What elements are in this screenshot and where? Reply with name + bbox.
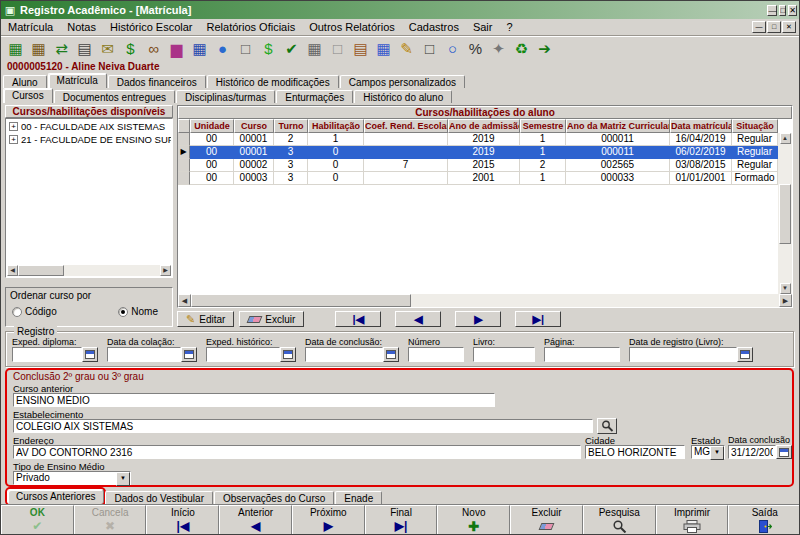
field-input[interactable] (107, 347, 181, 362)
field-input[interactable] (473, 347, 535, 362)
excluir-bottom-button[interactable]: Excluir (510, 505, 583, 535)
excluir-button[interactable]: Excluir (239, 311, 304, 327)
column-header-3[interactable]: Habilitação (308, 119, 364, 133)
tab-bottom-1[interactable]: Dados do Vestibular (105, 491, 213, 504)
relogio-icon[interactable]: ● (212, 38, 233, 59)
radio-nome[interactable]: Nome (118, 306, 158, 317)
scroll-right-icon[interactable]: ▶ (779, 294, 792, 307)
calendar-button[interactable] (280, 347, 296, 362)
field-input[interactable] (544, 347, 620, 362)
column-header-0[interactable]: Unidade (190, 119, 234, 133)
child-restore-button[interactable]: □ (767, 21, 781, 33)
tab-main-0[interactable]: Aluno (3, 75, 47, 88)
tree-item-0[interactable]: +00 - FACULDADE AIX SISTEMAS (7, 120, 171, 133)
vscroll-thumb[interactable] (779, 184, 791, 244)
menu-item-3[interactable]: Relatórios Oficiais (200, 19, 303, 35)
tab-sub-2[interactable]: Disciplinas/turmas (176, 90, 275, 103)
child-minimize-button[interactable]: — (752, 21, 766, 33)
estabelecimento-search-button[interactable] (597, 418, 617, 434)
cidade-input[interactable] (585, 445, 685, 459)
documento-icon[interactable]: □ (235, 38, 256, 59)
column-header-1[interactable]: Curso (234, 119, 274, 133)
sair-toolbar-icon[interactable]: ➔ (534, 38, 555, 59)
expand-icon[interactable]: + (9, 135, 18, 144)
child-close-button[interactable]: ✕ (782, 21, 796, 33)
grid-row-3[interactable]: 0000003302001100003301/01/2001Formado (178, 172, 792, 185)
field-input[interactable] (305, 347, 383, 362)
transferencia-icon[interactable]: ⇄ (51, 38, 72, 59)
imprimir-button[interactable]: Imprimir (656, 505, 729, 535)
scroll-down-icon[interactable]: ▼ (780, 283, 791, 294)
curso-anterior-input[interactable] (13, 393, 495, 407)
expand-icon[interactable]: + (9, 122, 18, 131)
estabelecimento-input[interactable] (13, 419, 593, 433)
calendar-button[interactable] (82, 347, 98, 362)
scroll-left-icon[interactable]: ◀ (178, 294, 191, 307)
tipo-ensino-select[interactable]: Privado (13, 471, 131, 485)
relatorio-icon[interactable]: ▤ (74, 38, 95, 59)
next-record-button[interactable]: ▶ (455, 311, 501, 327)
field-input[interactable] (408, 347, 464, 362)
menu-item-5[interactable]: Cadastros (402, 19, 466, 35)
maximize-button[interactable]: □ (779, 5, 786, 16)
caneta-icon[interactable]: ✎ (396, 38, 417, 59)
final-button[interactable]: Final ▶| (365, 505, 438, 535)
endereco-input[interactable] (13, 445, 581, 459)
calendar-button[interactable] (383, 347, 399, 362)
pagina-icon[interactable]: □ (327, 38, 348, 59)
anterior-button[interactable]: Anterior ◀ (219, 505, 292, 535)
column-header-6[interactable]: Semestre (520, 119, 566, 133)
field-input[interactable] (12, 347, 82, 362)
grid-row-1[interactable]: ▶0000001302019100001106/02/2019Regular (178, 146, 792, 159)
menu-item-0[interactable]: Matrícula (1, 19, 60, 35)
grid-row-0[interactable]: 0000001212019100001116/04/2019Regular (178, 133, 792, 146)
tab-main-2[interactable]: Dados financeiros (108, 75, 206, 88)
binoculos-icon[interactable]: ∞ (143, 38, 164, 59)
tab-sub-1[interactable]: Documentos entregues (54, 90, 175, 103)
quadro-icon[interactable]: □ (419, 38, 440, 59)
tree-item-1[interactable]: +21 - FACULDADE DE ENSINO SUPERIOR (7, 133, 171, 146)
scroll-thumb[interactable] (18, 265, 64, 276)
hscroll-thumb[interactable] (191, 294, 411, 307)
pesquisa-toolbar-icon[interactable]: ○ (442, 38, 463, 59)
mensalidade-icon[interactable]: $ (258, 38, 279, 59)
grid-vertical-scrollbar[interactable]: ▲ ▼ (778, 133, 792, 294)
grafico-icon[interactable]: ▆ (166, 38, 187, 59)
prior-record-button[interactable]: ◀ (395, 311, 441, 327)
grade-icon[interactable]: ▦ (304, 38, 325, 59)
tree-horizontal-scrollbar[interactable]: ◀▶ (7, 265, 171, 276)
grid-row-2[interactable]: 00000023072015200256503/08/2015Regular (178, 159, 792, 172)
scroll-up-icon[interactable]: ▲ (780, 133, 791, 144)
calendar-button[interactable] (737, 347, 753, 362)
column-header-4[interactable]: Coef. Rend. Escolar (364, 119, 448, 133)
scroll-right-icon[interactable]: ▶ (160, 265, 171, 276)
column-header-9[interactable]: Situação (732, 119, 778, 133)
tab-main-3[interactable]: Histórico de modificações (207, 75, 339, 88)
minimize-button[interactable]: — (767, 5, 777, 16)
last-record-button[interactable]: ▶| (515, 311, 561, 327)
historico-grid-icon[interactable]: ▦ (28, 38, 49, 59)
novo-button[interactable]: Novo ✚ (437, 505, 510, 535)
scroll-left-icon[interactable]: ◀ (7, 265, 18, 276)
financeiro-icon[interactable]: $ (120, 38, 141, 59)
editar-button[interactable]: ✎Editar (177, 311, 234, 327)
confirmacao-icon[interactable]: ✔ (281, 38, 302, 59)
radio-codigo[interactable]: Código (12, 306, 57, 317)
menu-item-2[interactable]: Histórico Escolar (103, 19, 200, 35)
tab-sub-4[interactable]: Histórico do aluno (354, 90, 452, 103)
calendar-button[interactable] (181, 347, 197, 362)
proximo-button[interactable]: Próximo ▶ (292, 505, 365, 535)
data-conclusao-calendar-button[interactable] (776, 445, 792, 459)
calculadora-icon[interactable]: ▦ (189, 38, 210, 59)
column-header-5[interactable]: Ano de admissão (448, 119, 520, 133)
grid-horizontal-scrollbar[interactable]: ◀▶ (178, 294, 792, 307)
menu-item-6[interactable]: Sair (466, 19, 500, 35)
estado-select[interactable]: MG (691, 445, 725, 459)
field-input[interactable] (206, 347, 280, 362)
saida-button[interactable]: Saída (728, 505, 800, 535)
menu-item-4[interactable]: Outros Relatórios (302, 19, 402, 35)
tab-sub-0[interactable]: Cursos (3, 88, 53, 103)
reciclar-icon[interactable]: ♻ (511, 38, 532, 59)
column-header-2[interactable]: Turno (274, 119, 308, 133)
tab-bottom-0[interactable]: Cursos Anteriores (7, 489, 104, 504)
